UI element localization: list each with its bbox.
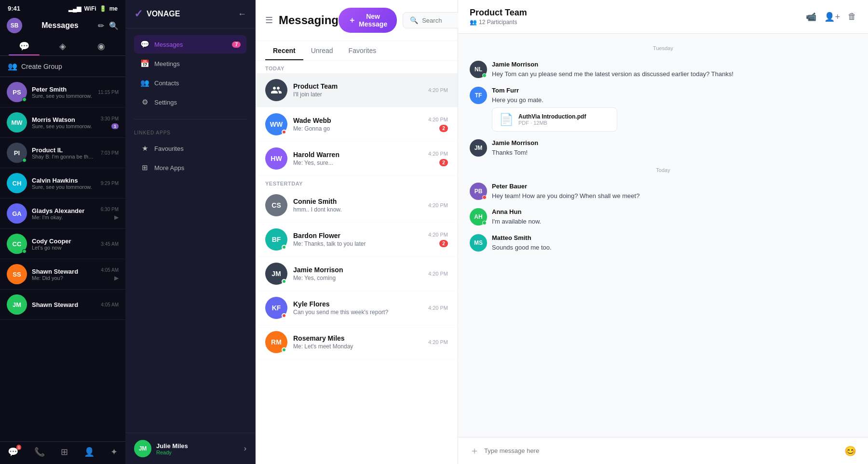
- gladys-arrow: ▶: [114, 214, 119, 221]
- compose-icon[interactable]: ✏: [98, 21, 104, 30]
- messaging-header: ☰ Messaging ＋ New Message 🔍 🚀: [256, 0, 458, 41]
- nav-activity-icon[interactable]: ✦: [110, 447, 118, 457]
- linked-apps-label: LINKED APPS: [134, 130, 246, 135]
- chat-header: Product Team 👥 12 Participants 📹 👤+ 🗑: [458, 0, 868, 34]
- msg-tom-1: TF Tom Furr Here you go mate. 📄 AuthVia …: [470, 87, 856, 132]
- mobile-header-title: Messages: [41, 21, 79, 30]
- notifications-tab-icon: ◉: [97, 41, 105, 52]
- connie-avatar: CS: [265, 194, 287, 216]
- productil-avatar: PI: [7, 143, 27, 163]
- mobile-contact-shawn2[interactable]: JM Shawn Steward 4:05 AM: [0, 290, 125, 320]
- jamie-msg-2-sender: Jamie Morrison: [492, 139, 856, 146]
- video-call-icon[interactable]: 📹: [806, 12, 816, 22]
- nav-grid-icon[interactable]: ⊞: [61, 447, 68, 457]
- anna-sender: Anna Hun: [492, 208, 856, 215]
- vonage-menu-messages[interactable]: 💬 Messages 7: [134, 35, 246, 53]
- search-icon[interactable]: 🔍: [109, 21, 119, 30]
- hamburger-icon[interactable]: ☰: [265, 15, 273, 26]
- mobile-contact-productil[interactable]: PI Product IL Shay B: I'm gonna be there…: [0, 138, 125, 168]
- kyle-preview: Can you send me this week's report?: [293, 309, 422, 316]
- nav-phone-icon[interactable]: 📞: [34, 447, 45, 457]
- vonage-menu-more-apps[interactable]: ⊞ More Apps: [134, 159, 246, 177]
- mobile-tab-messages[interactable]: 💬: [5, 37, 43, 55]
- conv-rosemary[interactable]: RM Rosemary Miles Me: Let's meet Monday …: [256, 325, 458, 359]
- mobile-contact-peter[interactable]: PS Peter Smith Sure, see you tommorow. 1…: [0, 77, 125, 107]
- conv-jamie[interactable]: JM Jamie Morrison Me: Yes, coming 4:20 P…: [256, 257, 458, 291]
- tab-recent[interactable]: Recent: [265, 41, 303, 60]
- mobile-contact-cody[interactable]: CC Cody Cooper Let's go now 3:45 AM: [0, 229, 125, 259]
- add-attachment-icon[interactable]: ＋: [470, 444, 479, 457]
- today-section-label: TODAY: [256, 61, 458, 73]
- battery-icon: 🔋: [99, 5, 107, 12]
- settings-menu-label: Settings: [154, 99, 177, 106]
- matteo-avatar: MS: [470, 234, 487, 252]
- vonage-back-button[interactable]: ←: [238, 9, 246, 19]
- kyle-time: 4:20 PM: [428, 305, 448, 311]
- jamie-msg-2-content: Jamie Morrison Thanks Tom!: [492, 139, 856, 158]
- kyle-avatar: KF: [265, 297, 287, 319]
- peter-avatar: PS: [7, 82, 27, 102]
- vonage-menu-settings[interactable]: ⚙ Settings: [134, 93, 246, 111]
- favourites-icon: ★: [140, 144, 149, 153]
- nav-messages-icon[interactable]: 💬1: [8, 447, 18, 457]
- harold-info: Harold Warren Me: Yes, sure...: [293, 151, 422, 166]
- mobile-contact-calvin[interactable]: CH Calvin Hawkins Sure, see you tommorow…: [0, 168, 125, 199]
- harold-time: 4:20 PM: [428, 151, 448, 157]
- messaging-tabs: Recent Unread Favorites: [256, 41, 458, 61]
- delete-icon[interactable]: 🗑: [848, 12, 856, 22]
- chat-header-actions: 📹 👤+ 🗑: [806, 12, 856, 22]
- julie-status: Ready: [156, 450, 188, 455]
- productil-time: 7:03 PM: [101, 150, 119, 156]
- calvin-time: 9:29 PM: [101, 181, 119, 186]
- conv-kyle[interactable]: KF Kyle Flores Can you send me this week…: [256, 291, 458, 325]
- tab-unread[interactable]: Unread: [303, 41, 341, 60]
- peter-bauer-avatar: PB: [470, 183, 487, 200]
- create-group-button[interactable]: 👥 Create Group: [0, 56, 125, 77]
- mobile-status-bar: 9:41 ▂▄▆ WiFi 🔋 me: [0, 0, 125, 15]
- wade-name: Wade Webb: [293, 117, 422, 124]
- mobile-header: SB Messages ✏ 🔍: [0, 15, 125, 37]
- conv-bardon[interactable]: BF Bardon Flower Me: Thanks, talk to you…: [256, 223, 458, 257]
- tab-favorites[interactable]: Favorites: [341, 41, 384, 60]
- harold-badge: 2: [439, 159, 448, 166]
- julie-chevron[interactable]: ›: [244, 444, 246, 453]
- bardon-name: Bardon Flower: [293, 232, 422, 239]
- messages-menu-label: Messages: [154, 41, 183, 48]
- add-participant-icon[interactable]: 👤+: [824, 12, 840, 22]
- rosemary-preview: Me: Let's meet Monday: [293, 343, 422, 350]
- conv-harold[interactable]: HW Harold Warren Me: Yes, sure... 4:20 P…: [256, 142, 458, 176]
- msg-anna: AH Anna Hun I'm available now.: [470, 208, 856, 226]
- emoji-icon[interactable]: 😊: [844, 445, 856, 457]
- matteo-text: Sounds good me too.: [492, 243, 856, 252]
- jamie-time: 4:20 PM: [428, 271, 448, 277]
- conv-product-team[interactable]: Product Team I'll join later 4:20 PM: [256, 73, 458, 107]
- mobile-tab-layers[interactable]: ◈: [43, 37, 82, 55]
- message-input[interactable]: [484, 447, 840, 454]
- meetings-menu-label: Meetings: [154, 60, 180, 67]
- shawn-info: Shawn Steward Me: Did you?: [32, 268, 96, 281]
- gladys-avatar: GA: [7, 203, 27, 224]
- conv-connie[interactable]: CS Connie Smith hmm.. I dont know. 4:20 …: [256, 188, 458, 223]
- mobile-contact-morris[interactable]: MW Morris Watson Sure, see you tommorow.…: [0, 107, 125, 138]
- tom-msg-text: Here you go mate.: [492, 95, 856, 105]
- connie-name: Connie Smith: [293, 198, 422, 205]
- mobile-contact-shawn[interactable]: SS Shawn Steward Me: Did you? 4:05 AM ▶: [0, 259, 125, 290]
- nav-contacts-icon[interactable]: 👤: [84, 447, 95, 457]
- peter-bauer-sender: Peter Bauer: [492, 183, 856, 190]
- mobile-contact-gladys[interactable]: GA Gladys Alexander Me: I'm okay. 6:30 P…: [0, 199, 125, 229]
- jamie-msg-avatar: NL: [470, 61, 487, 78]
- vonage-menu-meetings[interactable]: 📅 Meetings: [134, 54, 246, 73]
- mobile-panel: 9:41 ▂▄▆ WiFi 🔋 me SB Messages ✏ 🔍 💬 ◈ ◉…: [0, 0, 125, 464]
- peter-msg: Sure, see you tommorow.: [32, 93, 93, 99]
- peter-name: Peter Smith: [32, 86, 93, 93]
- jamie-msg-1-sender: Jamie Morrison: [492, 61, 856, 68]
- vonage-menu-contacts[interactable]: 👥 Contacts: [134, 74, 246, 92]
- calvin-name: Calvin Hawkins: [32, 177, 96, 184]
- mobile-tab-notifications[interactable]: ◉: [82, 37, 121, 55]
- vonage-menu-favourites[interactable]: ★ Favourites: [134, 139, 246, 158]
- conv-wade[interactable]: WW Wade Webb Me: Gonna go 4:20 PM 2: [256, 107, 458, 142]
- msg-file-info: AuthVia Introduction.pdf PDF · 12MB: [518, 113, 586, 126]
- msg-jamie-2: JM Jamie Morrison Thanks Tom!: [470, 139, 856, 158]
- new-message-button[interactable]: ＋ New Message: [339, 8, 397, 33]
- msg-jamie-1: NL Jamie Morrison Hey Tom can yu please …: [470, 61, 856, 79]
